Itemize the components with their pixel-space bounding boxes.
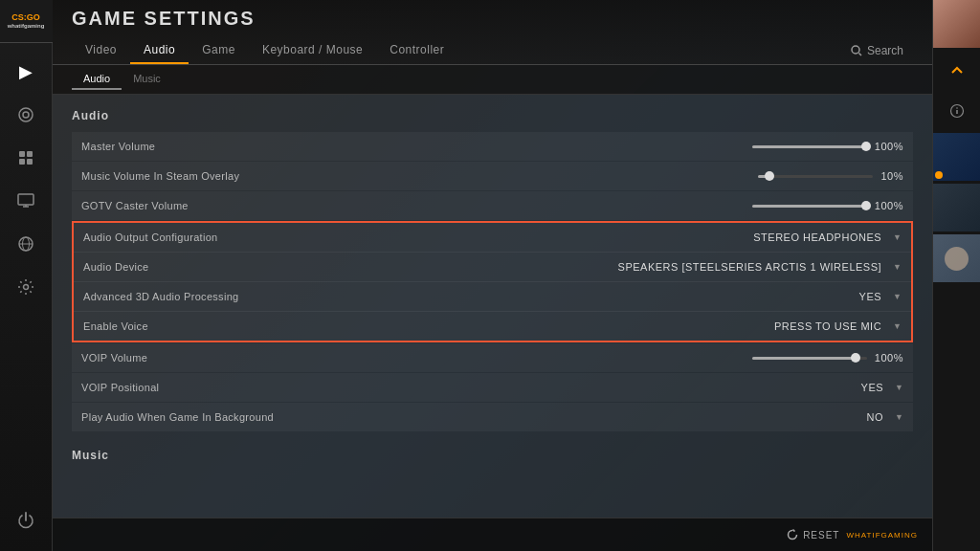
brand-label: whatifgaming (846, 531, 918, 540)
sidebar-nav: ▶ (7, 43, 45, 501)
music-volume-track[interactable] (758, 175, 873, 178)
audio-device-label: Audio Device (83, 261, 148, 273)
audio-device-value: SPEAKERS [STEELSERIES ARCTIS 1 WIRELESS] (618, 261, 882, 273)
master-volume-track[interactable] (752, 145, 867, 148)
music-volume-label: Music Volume In Steam Overlay (81, 170, 239, 182)
nav-tabs: Video Audio Game Keyboard / Mouse Contro… (72, 37, 913, 64)
voip-volume-thumb[interactable] (851, 353, 860, 363)
enable-voice-value: PRESS TO USE MIC (774, 320, 881, 332)
master-volume-thumb[interactable] (861, 142, 871, 151)
gotv-volume-label: GOTV Caster Volume (81, 200, 189, 211)
sidebar-icon-radio[interactable] (7, 96, 45, 134)
tab-keyboard[interactable]: Keyboard / Mouse (249, 37, 376, 64)
setting-audio-device[interactable]: Audio Device SPEAKERS [STEELSERIES ARCTI… (74, 253, 911, 282)
sub-tab-music[interactable]: Music (122, 69, 172, 90)
gotv-volume-track[interactable] (752, 205, 867, 208)
settings-inner: Audio Master Volume 100% Music Volume In… (72, 109, 913, 462)
right-avatar-1 (933, 133, 981, 181)
master-volume-control[interactable]: 100% (752, 141, 903, 152)
audio-output-arrow: ▼ (893, 232, 902, 242)
right-sidebar (932, 0, 980, 551)
setting-audio-output[interactable]: Audio Output Configuration STEREO HEADPH… (74, 223, 911, 253)
audio-output-control[interactable]: STEREO HEADPHONES ▼ (753, 231, 902, 243)
music-volume-thumb[interactable] (765, 171, 774, 181)
gotv-volume-value: 100% (875, 200, 903, 211)
advanced-3d-value: YES (859, 291, 882, 302)
gotv-volume-thumb[interactable] (861, 201, 871, 210)
advanced-3d-control[interactable]: YES ▼ (859, 291, 902, 302)
tab-controller[interactable]: Controller (376, 37, 457, 64)
right-avatar-main (933, 0, 981, 48)
svg-point-12 (24, 285, 29, 290)
setting-master-volume: Master Volume 100% (72, 132, 913, 161)
master-volume-value: 100% (875, 141, 903, 152)
setting-voip-volume: VOIP Volume 100% (72, 343, 913, 372)
play-audio-bg-label: Play Audio When Game In Background (81, 411, 274, 423)
voip-volume-control[interactable]: 100% (752, 352, 903, 364)
voip-positional-control[interactable]: YES ▼ (861, 382, 903, 393)
tab-video[interactable]: Video (72, 37, 130, 64)
highlighted-settings-group: Audio Output Configuration STEREO HEADPH… (72, 221, 913, 342)
audio-output-value: STEREO HEADPHONES (753, 231, 881, 243)
setting-play-audio-background[interactable]: Play Audio When Game In Background NO ▼ (72, 403, 913, 431)
settings-content[interactable]: Audio Master Volume 100% Music Volume In… (53, 95, 932, 518)
sidebar-icon-globe[interactable] (7, 225, 45, 263)
voip-volume-track[interactable] (752, 357, 867, 360)
svg-point-0 (19, 108, 33, 121)
setting-gotv-volume: GOTV Caster Volume 100% (72, 191, 913, 220)
advanced-3d-arrow: ▼ (893, 292, 902, 301)
voip-volume-value: 100% (875, 352, 903, 364)
music-volume-control[interactable]: 10% (758, 170, 903, 182)
tab-audio[interactable]: Audio (130, 37, 189, 64)
bottom-bar: RESET whatifgaming (53, 518, 932, 551)
svg-point-1 (23, 112, 29, 118)
page-title: GAME SETTINGS (72, 8, 913, 30)
logo-area: CS:GO whatifgaming (0, 0, 53, 43)
setting-advanced-3d[interactable]: Advanced 3D Audio Processing YES ▼ (74, 282, 911, 312)
sub-tab-audio[interactable]: Audio (72, 69, 122, 90)
sidebar-icon-settings[interactable] (7, 268, 45, 306)
power-icon[interactable] (7, 501, 45, 540)
tab-game[interactable]: Game (189, 37, 249, 64)
right-chevron-up[interactable] (933, 51, 981, 89)
svg-point-13 (852, 46, 859, 54)
master-volume-fill (752, 145, 867, 148)
voip-positional-value: YES (861, 382, 884, 393)
voip-positional-label: VOIP Positional (81, 382, 159, 393)
search-tab[interactable]: Search (841, 38, 913, 63)
enable-voice-control[interactable]: PRESS TO USE MIC ▼ (774, 320, 902, 332)
svg-rect-6 (18, 194, 33, 205)
right-avatar-2 (933, 184, 981, 231)
play-audio-bg-value: NO (867, 411, 884, 423)
header: GAME SETTINGS Video Audio Game Keyboard … (53, 0, 932, 65)
audio-section-title: Audio (72, 109, 913, 122)
setting-voip-positional[interactable]: VOIP Positional YES ▼ (72, 373, 913, 402)
voip-volume-fill (752, 357, 856, 360)
audio-device-arrow: ▼ (893, 262, 902, 272)
sidebar-icon-store[interactable] (7, 139, 45, 177)
voip-positional-arrow: ▼ (895, 383, 903, 392)
master-volume-label: Master Volume (81, 141, 155, 152)
advanced-3d-label: Advanced 3D Audio Processing (83, 291, 239, 302)
main-content: GAME SETTINGS Video Audio Game Keyboard … (53, 0, 932, 551)
sidebar-icon-monitor[interactable] (7, 182, 45, 220)
audio-device-control[interactable]: SPEAKERS [STEELSERIES ARCTIS 1 WIRELESS]… (618, 261, 902, 273)
gotv-volume-control[interactable]: 100% (752, 200, 903, 211)
setting-enable-voice[interactable]: Enable Voice PRESS TO USE MIC ▼ (74, 312, 911, 341)
music-section-title: Music (72, 449, 913, 462)
reset-button[interactable]: RESET whatifgaming (787, 529, 918, 540)
play-audio-bg-control[interactable]: NO ▼ (867, 411, 903, 423)
play-audio-bg-arrow: ▼ (895, 412, 903, 422)
audio-output-label: Audio Output Configuration (83, 231, 218, 243)
svg-rect-5 (27, 159, 33, 165)
svg-rect-4 (19, 159, 25, 165)
svg-line-14 (858, 54, 861, 56)
right-avatar-3 (933, 234, 981, 282)
sidebar-power[interactable] (7, 501, 45, 551)
music-volume-value: 10% (880, 170, 903, 182)
sidebar-icon-play[interactable]: ▶ (7, 53, 45, 91)
svg-rect-3 (27, 151, 33, 157)
voip-volume-label: VOIP Volume (81, 352, 147, 364)
right-info-btn[interactable] (933, 92, 981, 130)
search-icon (851, 45, 862, 56)
